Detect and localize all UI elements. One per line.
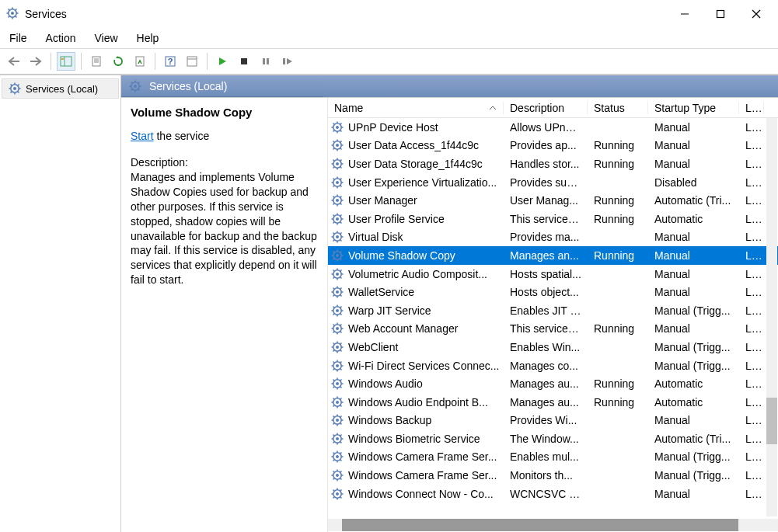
service-name-cell: Windows Backup (348, 414, 431, 426)
service-list: Name Description Status Startup Type Log… (327, 98, 778, 532)
service-logon-cell: Loc (739, 322, 764, 335)
service-logon-cell: Loc (739, 194, 764, 207)
service-row[interactable]: User Experience Virtualizatio...Provides… (328, 173, 778, 192)
detail-pane: Volume Shadow Copy Start the service Des… (121, 98, 327, 532)
service-row[interactable]: Wi-Fi Direct Services Connec...Manages c… (328, 356, 778, 375)
service-name-cell: UPnP Device Host (348, 121, 438, 134)
start-service-link[interactable]: Start (131, 130, 154, 142)
service-logon-cell: Loc (739, 396, 764, 409)
refresh-button[interactable] (109, 52, 127, 71)
service-row[interactable]: Windows Biometric ServiceThe Window...Au… (328, 429, 778, 448)
content-header: Services (Local) (121, 75, 323, 97)
menu-action[interactable]: Action (43, 30, 79, 46)
service-name-cell: Volumetric Audio Composit... (348, 268, 487, 280)
service-row[interactable]: User Profile ServiceThis service i...Run… (328, 210, 778, 228)
forward-button[interactable] (26, 52, 45, 71)
gear-icon (331, 286, 344, 298)
tree-root-label: Services (Local) (26, 83, 98, 95)
service-name-cell: Volume Shadow Copy (348, 249, 455, 262)
service-status-cell: Running (588, 377, 648, 390)
service-row[interactable]: Windows Camera Frame Ser...Monitors th..… (328, 466, 778, 485)
column-status[interactable]: Status (588, 102, 648, 114)
service-row[interactable]: Windows AudioManages au...RunningAutomat… (328, 374, 778, 393)
tree-root-item[interactable]: Services (Local) (2, 78, 119, 99)
service-row[interactable]: Windows Audio Endpoint B...Manages au...… (328, 393, 778, 412)
column-startup[interactable]: Startup Type (648, 102, 739, 114)
maximize-button[interactable] (710, 3, 731, 25)
service-name-cell: User Data Access_1f44c9c (348, 139, 479, 151)
service-name-cell: User Manager (348, 194, 417, 207)
service-row[interactable]: Virtual DiskProvides ma...ManualLoc (328, 228, 778, 247)
service-row[interactable]: Windows Connect Now - Co...WCNCSVC h...M… (328, 485, 778, 503)
service-logon-cell: Loc (739, 268, 764, 280)
console-tree: Services (Local) (0, 75, 121, 532)
service-status-cell: Running (588, 139, 648, 151)
service-row[interactable]: Web Account ManagerThis service i...Runn… (328, 320, 778, 339)
service-desc-cell: WCNCSVC h... (504, 488, 588, 500)
service-logon-cell: Loc (739, 158, 764, 170)
service-desc-cell: Manages au... (504, 377, 588, 390)
service-startup-cell: Manual (648, 249, 739, 262)
service-startup-cell: Manual (648, 286, 739, 298)
gear-icon (331, 268, 344, 280)
menu-file[interactable]: File (6, 30, 30, 46)
menu-help[interactable]: Help (134, 30, 162, 46)
restart-service-button[interactable] (278, 52, 297, 71)
vertical-scroll-thumb[interactable] (766, 398, 777, 444)
svg-rect-24 (187, 57, 197, 66)
column-description[interactable]: Description (504, 102, 588, 114)
help-button[interactable]: ? (161, 52, 180, 71)
service-row[interactable]: User Data Access_1f44c9cProvides ap...Ru… (328, 137, 778, 155)
gear-icon (331, 231, 344, 243)
show-hide-action-pane-button[interactable] (183, 52, 201, 71)
close-button[interactable] (745, 3, 767, 25)
service-logon-cell: Loc (739, 450, 764, 463)
service-logon-cell: Loc (739, 213, 764, 225)
svg-text:?: ? (168, 57, 173, 66)
service-name-cell: WebClient (348, 341, 398, 353)
column-headers: Name Description Status Startup Type Log… (328, 98, 778, 118)
service-row[interactable]: UPnP Device HostAllows UPnP ...ManualLoc (328, 118, 778, 137)
menu-view[interactable]: View (91, 30, 120, 46)
service-row[interactable]: Volumetric Audio Composit...Hosts spatia… (328, 265, 778, 283)
service-name-cell: WalletService (348, 286, 414, 298)
stop-service-button[interactable] (235, 52, 253, 71)
gear-icon (331, 488, 344, 500)
service-row[interactable]: Volume Shadow CopyManages an...RunningMa… (328, 246, 778, 265)
service-row[interactable]: WebClientEnables Win...Manual (Trigg...L… (328, 338, 778, 356)
back-button[interactable] (5, 52, 23, 71)
minimize-button[interactable] (674, 3, 696, 25)
start-service-button[interactable] (213, 52, 232, 71)
description-text: Manages and implements Volume Shadow Cop… (131, 170, 318, 287)
toolbar: ? (0, 48, 778, 75)
gear-icon (331, 249, 344, 262)
properties-button[interactable] (87, 52, 106, 71)
gear-icon (129, 80, 141, 92)
service-row[interactable]: Warp JIT ServiceEnables JIT c...Manual (… (328, 301, 778, 320)
service-logon-cell: Loc (739, 121, 764, 134)
pause-service-button[interactable] (256, 52, 275, 71)
service-name-cell: Windows Camera Frame Ser... (348, 450, 497, 463)
menu-bar: File Action View Help (0, 28, 778, 48)
service-row[interactable]: WalletServiceHosts object...ManualLoc (328, 283, 778, 301)
service-desc-cell: Manages au... (504, 396, 588, 409)
column-logon[interactable]: Log On As (739, 102, 764, 114)
service-row[interactable]: Windows BackupProvides Wi...ManualLoc (328, 412, 778, 430)
service-startup-cell: Manual (Trigg... (648, 304, 739, 317)
horizontal-scroll-thumb[interactable] (342, 519, 738, 531)
service-row[interactable]: User ManagerUser Manag...RunningAutomati… (328, 191, 778, 210)
service-desc-cell: Provides Wi... (504, 414, 588, 426)
gear-icon (331, 377, 344, 390)
service-logon-cell: Loc (739, 176, 764, 189)
vertical-scrollbar[interactable] (766, 118, 777, 516)
service-row[interactable]: Windows Camera Frame Ser...Enables mul..… (328, 448, 778, 467)
horizontal-scrollbar[interactable] (328, 519, 778, 531)
column-name[interactable]: Name (328, 102, 504, 114)
gear-icon (331, 139, 344, 151)
service-desc-cell: User Manag... (504, 194, 588, 207)
gear-icon (331, 360, 344, 372)
show-hide-tree-button[interactable] (57, 52, 75, 71)
export-button[interactable] (131, 52, 149, 71)
service-name-cell: Virtual Disk (348, 231, 403, 243)
service-row[interactable]: User Data Storage_1f44c9cHandles stor...… (328, 155, 778, 173)
